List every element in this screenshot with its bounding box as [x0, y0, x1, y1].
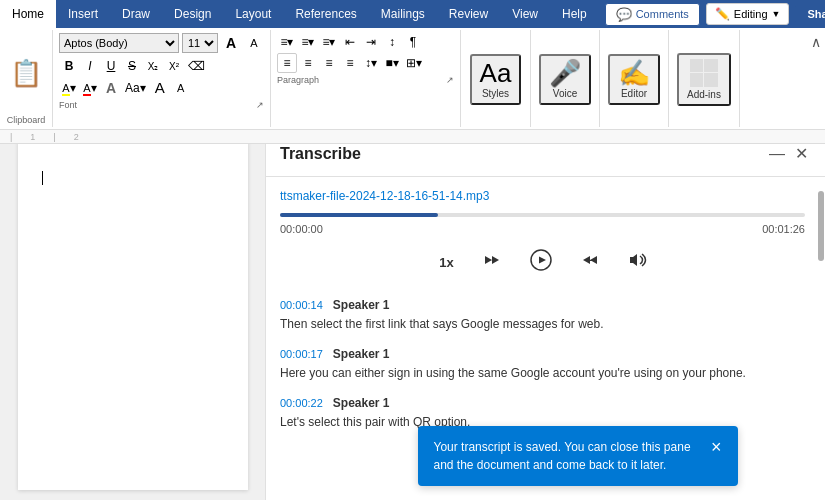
pencil-icon: ✏️	[715, 7, 730, 21]
ruler-1: 1	[30, 132, 35, 142]
tab-mailings[interactable]: Mailings	[369, 0, 437, 28]
ribbon-collapse-btn[interactable]: ∧	[807, 30, 825, 127]
align-center-button[interactable]: ≡	[298, 54, 318, 72]
toast-notification: Your transcript is saved. You can close …	[418, 426, 738, 486]
transcript-list: 00:00:14 Speaker 1 Then select the first…	[280, 298, 805, 431]
dictate-button[interactable]: 🎤 Voice	[539, 54, 591, 105]
transcript-speaker-2: Speaker 1	[333, 347, 390, 361]
editor-label: Editor	[621, 88, 647, 99]
addins-icon	[690, 59, 718, 87]
chevron-down-icon: ▼	[772, 9, 781, 19]
toast-message: Your transcript is saved. You can close …	[434, 438, 701, 474]
audio-progress-bar[interactable]	[280, 213, 805, 217]
superscript-button[interactable]: X²	[164, 59, 184, 74]
strikethrough-button[interactable]: S	[122, 57, 142, 75]
subscript-button[interactable]: X₂	[143, 59, 163, 74]
dictate-label: Voice	[553, 88, 577, 99]
bold-button[interactable]: B	[59, 57, 79, 75]
shrink-font-button[interactable]: A	[244, 35, 264, 51]
transcript-time-3[interactable]: 00:00:22	[280, 397, 323, 409]
transcript-entry-1: 00:00:14 Speaker 1 Then select the first…	[280, 298, 805, 333]
share-button[interactable]: Share	[795, 4, 825, 24]
editor-button[interactable]: ✍ Editor	[608, 54, 660, 105]
font-shrink2-button[interactable]: A	[171, 80, 191, 96]
paste-icon: 📋	[10, 58, 42, 89]
sort-button[interactable]: ↕	[382, 33, 402, 51]
multilevel-button[interactable]: ≡▾	[319, 33, 339, 51]
ruler-mark: |	[10, 132, 12, 142]
volume-button[interactable]	[622, 245, 652, 280]
transcript-entry-2: 00:00:17 Speaker 1 Here you can either s…	[280, 347, 805, 382]
align-right-button[interactable]: ≡	[319, 54, 339, 72]
paragraph-group: ≡▾ ≡▾ ≡▾ ⇤ ⇥ ↕ ¶ ≡ ≡ ≡ ≡ ↕▾ ■▾ ⊞▾	[271, 30, 461, 127]
decrease-indent-button[interactable]: ⇤	[340, 33, 360, 51]
styles-group: Aa Styles	[461, 30, 531, 127]
comments-button[interactable]: 💬 Comments	[605, 3, 700, 26]
transcript-time-2[interactable]: 00:00:17	[280, 348, 323, 360]
audio-file-name[interactable]: ttsmaker-file-2024-12-18-16-51-14.mp3	[280, 189, 805, 203]
transcript-time-1[interactable]: 00:00:14	[280, 299, 323, 311]
speed-button[interactable]: 1x	[433, 251, 459, 274]
font-color-button[interactable]: A▾	[80, 79, 100, 97]
editing-button[interactable]: ✏️ Editing ▼	[706, 3, 790, 25]
line-spacing-button[interactable]: ↕▾	[361, 54, 381, 72]
minimize-panel-button[interactable]: —	[766, 141, 788, 166]
panel-scrollbar-thumb[interactable]	[818, 191, 824, 261]
tab-view[interactable]: View	[500, 0, 550, 28]
forward-button[interactable]	[574, 245, 604, 280]
toast-close-button[interactable]: ×	[701, 438, 722, 456]
tab-draw[interactable]: Draw	[110, 0, 162, 28]
pilcrow-button[interactable]: ¶	[403, 33, 423, 51]
doc-area	[0, 131, 265, 500]
align-left-button[interactable]: ≡	[277, 53, 297, 73]
tab-help[interactable]: Help	[550, 0, 599, 28]
tab-design[interactable]: Design	[162, 0, 223, 28]
shading-button[interactable]: ■▾	[382, 54, 402, 72]
tab-layout[interactable]: Layout	[223, 0, 283, 28]
font-grow2-button[interactable]: A	[150, 77, 170, 98]
text-effects-button[interactable]: A	[101, 78, 121, 98]
addins-group: Add-ins	[669, 30, 740, 127]
underline-button[interactable]: U	[101, 57, 121, 75]
doc-page	[18, 141, 248, 490]
change-case-button[interactable]: Aa▾	[122, 79, 149, 97]
clipboard-icon-btn[interactable]: 📋	[6, 54, 46, 93]
tab-home[interactable]: Home	[0, 0, 56, 28]
increase-indent-button[interactable]: ⇥	[361, 33, 381, 51]
italic-button[interactable]: I	[80, 57, 100, 75]
tab-insert[interactable]: Insert	[56, 0, 110, 28]
borders-button[interactable]: ⊞▾	[403, 54, 425, 72]
bullets-button[interactable]: ≡▾	[277, 33, 297, 51]
numbering-button[interactable]: ≡▾	[298, 33, 318, 51]
rewind-button[interactable]	[478, 245, 508, 280]
text-highlight-button[interactable]: A▾	[59, 79, 79, 97]
panel-scrollbar[interactable]	[817, 171, 825, 500]
comment-icon: 💬	[616, 7, 632, 22]
grow-font-button[interactable]: A	[221, 33, 241, 53]
font-family-select[interactable]: Aptos (Body)	[59, 33, 179, 53]
time-current: 00:00:00	[280, 223, 323, 235]
styles-icon: Aa	[480, 60, 512, 86]
clear-format-button[interactable]: ⌫	[185, 57, 208, 75]
align-justify-button[interactable]: ≡	[340, 54, 360, 72]
cursor	[42, 171, 43, 185]
addins-button[interactable]: Add-ins	[677, 53, 731, 106]
microphone-icon: 🎤	[549, 60, 581, 86]
play-button[interactable]	[526, 245, 556, 280]
tab-review[interactable]: Review	[437, 0, 500, 28]
transcript-speaker-1: Speaker 1	[333, 298, 390, 312]
font-group-label: Font ↗	[59, 100, 264, 110]
editing-label: Editing	[734, 8, 768, 20]
close-panel-button[interactable]: ✕	[792, 141, 811, 166]
time-display: 00:00:00 00:01:26	[280, 223, 805, 235]
ribbon-tabs-row: Home Insert Draw Design Layout Reference…	[0, 0, 825, 28]
tab-references[interactable]: References	[283, 0, 368, 28]
styles-label: Styles	[482, 88, 509, 99]
ruler-mark2: |	[53, 132, 55, 142]
font-size-select[interactable]: 11	[182, 33, 218, 53]
font-expand-icon[interactable]: ↗	[256, 100, 264, 110]
styles-gallery-button[interactable]: Aa Styles	[470, 54, 522, 105]
ruler-2: 2	[74, 132, 79, 142]
paragraph-expand-icon[interactable]: ↗	[446, 75, 454, 85]
addins-label: Add-ins	[687, 89, 721, 100]
